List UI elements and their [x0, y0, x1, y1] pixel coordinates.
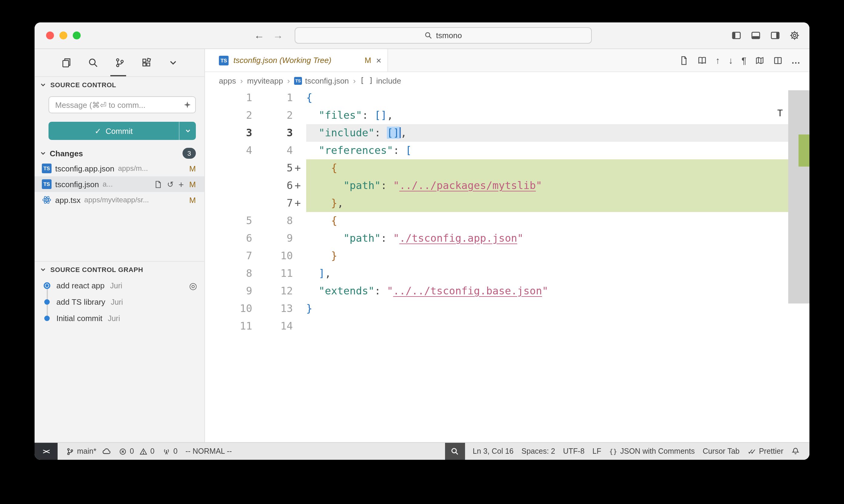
code-token: : — [374, 285, 387, 297]
breadcrumb-item[interactable]: apps — [219, 76, 236, 85]
code-line[interactable]: 44 "references": [ — [205, 142, 809, 159]
code-line[interactable]: 1013} — [205, 300, 809, 318]
close-window-button[interactable] — [46, 32, 54, 39]
branch-indicator[interactable]: main* — [66, 443, 97, 460]
gutter-new-line-number: 1 — [252, 89, 293, 107]
code-token: ../../packages/mytslib — [399, 179, 536, 192]
split-editor-icon[interactable] — [773, 55, 783, 65]
code-token — [306, 267, 318, 279]
vim-mode-indicator[interactable]: -- NORMAL -- — [186, 443, 232, 460]
toggle-sidebar-right-icon[interactable] — [770, 30, 780, 41]
explorer-icon[interactable] — [61, 57, 71, 68]
breadcrumb-item[interactable]: myviteapp — [247, 76, 283, 85]
breadcrumb-item[interactable]: TS tsconfig.json — [294, 76, 349, 85]
gutter-new-line-number: 7+ — [252, 195, 293, 212]
diff-editor[interactable]: 11{22 "files": [],33 "include": [],44 "r… — [205, 89, 809, 442]
source-control-header[interactable]: SOURCE CONTROL — [35, 77, 204, 93]
formatter-indicator[interactable]: ✓✓ Prettier — [747, 443, 784, 460]
back-arrow-icon[interactable]: ← — [254, 28, 264, 43]
file-name: tsconfig.app.json — [55, 164, 114, 173]
maximize-window-button[interactable] — [73, 32, 81, 39]
encoding-indicator[interactable]: UTF-8 — [563, 443, 585, 460]
code-line[interactable]: 5+ { — [205, 159, 809, 177]
changed-file-row[interactable]: TS tsconfig.json a... ↺ + M — [35, 176, 204, 192]
breadcrumbs: apps › myviteapp › TS tsconfig.json › [ … — [205, 72, 809, 89]
commit-message-input[interactable] — [49, 96, 196, 113]
code-line[interactable]: 710 } — [205, 247, 809, 265]
file-path: apps/m... — [118, 164, 148, 173]
forward-arrow-icon[interactable]: → — [273, 28, 283, 43]
ports-indicator[interactable]: 0 — [162, 443, 178, 460]
more-views-chevron-icon[interactable] — [168, 57, 178, 68]
commit-row[interactable]: Initial commit Juri — [35, 310, 204, 326]
source-control-icon[interactable] — [115, 57, 125, 68]
commit-dropdown-button[interactable] — [179, 122, 196, 140]
open-file-icon[interactable] — [154, 180, 162, 188]
code-line[interactable]: 811 ], — [205, 265, 809, 282]
go-to-file-icon[interactable] — [679, 55, 689, 65]
commit-author: Juri — [110, 282, 122, 290]
problems-indicator[interactable]: 0 0 — [119, 443, 155, 460]
changed-file-row[interactable]: app.tsx apps/myviteapp/sr... M — [35, 192, 204, 208]
settings-gear-icon[interactable] — [789, 30, 800, 41]
search-icon — [425, 32, 432, 39]
language-mode[interactable]: {} JSON with Comments — [609, 443, 694, 460]
toggle-sidebar-left-icon[interactable] — [731, 30, 742, 41]
file-name: app.tsx — [55, 195, 81, 204]
code-line[interactable]: 11{ — [205, 89, 809, 107]
search-view-icon[interactable] — [88, 57, 98, 68]
previous-change-icon[interactable]: ↑ — [716, 56, 720, 65]
command-center-search[interactable]: tsmono — [295, 27, 592, 43]
commit-row[interactable]: add TS library Juri — [35, 294, 204, 310]
whitespace-icon[interactable]: ¶ — [742, 56, 746, 65]
commit-row[interactable]: add react app Juri ◎ — [35, 277, 204, 294]
code-token: : — [374, 127, 387, 139]
breadcrumb-item[interactable]: [ ] include — [360, 76, 401, 85]
code-token — [306, 197, 331, 209]
code-line[interactable]: 58 { — [205, 212, 809, 230]
code-line[interactable]: 69 "path": "./tsconfig.app.json" — [205, 230, 809, 247]
extensions-icon[interactable] — [141, 57, 152, 68]
code-text: { — [306, 212, 788, 230]
braces-icon: {} — [609, 447, 617, 455]
code-line[interactable]: 1114 — [205, 318, 809, 335]
remote-indicator[interactable]: >< — [35, 443, 57, 460]
tab-tsconfig-working-tree[interactable]: TS tsconfig.json (Working Tree) M × — [205, 49, 388, 71]
changes-section-header[interactable]: Changes 3 — [35, 146, 204, 161]
code-token: [] — [374, 109, 387, 121]
indentation-indicator[interactable]: Spaces: 2 — [521, 443, 555, 460]
code-token: , — [325, 267, 331, 279]
eol-indicator[interactable]: LF — [592, 443, 601, 460]
commit-message-row — [49, 96, 196, 113]
code-line[interactable]: 7+ }, — [205, 195, 809, 212]
code-line[interactable]: 912 "extends": "../../tsconfig.base.json… — [205, 282, 809, 300]
more-actions-icon[interactable]: … — [791, 56, 800, 65]
sync-changes-button[interactable] — [102, 443, 111, 460]
code-text: "path": "./tsconfig.app.json" — [306, 230, 788, 247]
notifications-bell[interactable] — [791, 443, 800, 460]
commit-button[interactable]: ✓ Commit — [49, 122, 196, 140]
changed-file-row[interactable]: TS tsconfig.app.json apps/m... M — [35, 161, 204, 176]
cursor-tab-indicator[interactable]: Cursor Tab — [703, 443, 740, 460]
editor-scrollbar[interactable] — [788, 89, 809, 442]
gutter-old-line-number: 2 — [205, 107, 252, 124]
checkout-target-icon[interactable]: ◎ — [189, 280, 197, 291]
code-line[interactable]: 33 "include": [], — [205, 124, 809, 142]
graph-section-header[interactable]: SOURCE CONTROL GRAPH — [35, 261, 204, 277]
code-token: "path" — [344, 232, 381, 244]
code-text — [306, 318, 788, 335]
discard-changes-icon[interactable]: ↺ — [167, 180, 174, 189]
close-tab-icon[interactable]: × — [376, 56, 381, 65]
stage-changes-icon[interactable]: + — [178, 180, 184, 189]
zoom-indicator[interactable] — [445, 443, 465, 460]
cursor-position[interactable]: Ln 3, Col 16 — [472, 443, 514, 460]
sparkle-icon[interactable] — [183, 101, 192, 109]
code-line[interactable]: 6+ "path": "../../packages/mytslib" — [205, 177, 809, 195]
next-change-icon[interactable]: ↓ — [728, 56, 733, 65]
map-icon[interactable] — [755, 55, 764, 65]
minimize-window-button[interactable] — [59, 32, 67, 39]
toggle-panel-icon[interactable] — [751, 30, 761, 41]
code-line[interactable]: 22 "files": [], — [205, 107, 809, 124]
open-changes-icon[interactable] — [697, 55, 707, 65]
scrollbar-slider[interactable] — [788, 90, 809, 304]
